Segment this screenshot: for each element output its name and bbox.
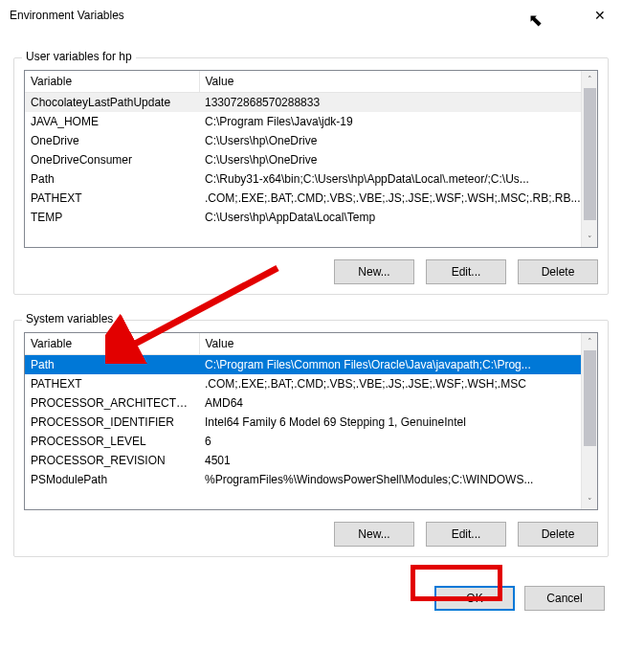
user-variables-group: User variables for hp Variable Value Cho… [13, 57, 609, 295]
system-delete-button[interactable]: Delete [518, 522, 598, 547]
cell-variable: PATHEXT [25, 374, 199, 393]
dialog-body: User variables for hp Variable Value Cho… [0, 31, 622, 624]
cell-variable: TEMP [25, 208, 199, 227]
scroll-down-icon[interactable]: ˅ [582, 493, 597, 509]
dialog-footer: OK Cancel [13, 586, 609, 611]
table-row[interactable]: Path C:\Ruby31-x64\bin;C:\Users\hp\AppDa… [25, 169, 597, 189]
system-new-button[interactable]: New... [334, 522, 414, 547]
cell-variable: JAVA_HOME [25, 112, 199, 131]
cell-value: C:\Users\hp\OneDrive [199, 150, 597, 169]
user-col-value[interactable]: Value [199, 71, 597, 93]
titlebar: Environment Variables ✕ [0, 0, 622, 31]
user-variables-label: User variables for hp [22, 50, 136, 63]
user-delete-button[interactable]: Delete [518, 259, 598, 284]
scroll-up-icon[interactable]: ˄ [582, 71, 597, 87]
system-variables-table-wrap: Variable Value Path C:\Program Files\Com… [24, 332, 598, 510]
cell-value: .COM;.EXE;.BAT;.CMD;.VBS;.VBE;.JS;.JSE;.… [199, 189, 597, 208]
system-variables-table[interactable]: Variable Value Path C:\Program Files\Com… [25, 333, 597, 489]
cancel-button[interactable]: Cancel [524, 586, 605, 611]
table-row[interactable]: OneDriveConsumer C:\Users\hp\OneDrive [25, 150, 597, 169]
scroll-up-icon[interactable]: ˄ [582, 333, 597, 349]
window-title: Environment Variables [10, 9, 578, 22]
table-row[interactable]: JAVA_HOME C:\Program Files\Java\jdk-19 [25, 112, 597, 131]
system-variables-label: System variables [22, 312, 117, 325]
system-variables-group: System variables Variable Value Path C:\… [13, 320, 609, 557]
cell-variable: PROCESSOR_REVISION [25, 451, 199, 470]
table-row[interactable]: TEMP C:\Users\hp\AppData\Local\Temp [25, 208, 597, 227]
scroll-thumb[interactable] [584, 350, 596, 446]
table-row[interactable]: PSModulePath %ProgramFiles%\WindowsPower… [25, 470, 597, 489]
table-row[interactable]: PROCESSOR_LEVEL 6 [25, 432, 597, 451]
cell-variable: OneDrive [25, 131, 199, 150]
user-variables-table[interactable]: Variable Value ChocolateyLastPathUpdate … [25, 71, 597, 227]
cell-variable: PROCESSOR_ARCHITECTU... [25, 393, 199, 413]
scroll-thumb[interactable] [584, 88, 596, 220]
user-col-variable[interactable]: Variable [25, 71, 199, 93]
cell-value: C:\Users\hp\OneDrive [199, 131, 597, 150]
table-row[interactable]: PROCESSOR_REVISION 4501 [25, 451, 597, 470]
cell-value: Intel64 Family 6 Model 69 Stepping 1, Ge… [199, 413, 597, 432]
system-edit-button[interactable]: Edit... [426, 522, 506, 547]
close-button[interactable]: ✕ [578, 0, 622, 31]
scroll-down-icon[interactable]: ˅ [582, 231, 597, 247]
cell-variable: OneDriveConsumer [25, 150, 199, 169]
cell-value: 133072868570288833 [199, 93, 597, 113]
table-row[interactable]: PATHEXT .COM;.EXE;.BAT;.CMD;.VBS;.VBE;.J… [25, 374, 597, 393]
system-button-row: New... Edit... Delete [24, 522, 598, 547]
system-scrollbar[interactable]: ˄ ˅ [581, 333, 597, 509]
cell-value: .COM;.EXE;.BAT;.CMD;.VBS;.VBE;.JS;.JSE;.… [199, 374, 597, 393]
table-row[interactable]: PROCESSOR_ARCHITECTU... AMD64 [25, 393, 597, 413]
user-scrollbar[interactable]: ˄ ˅ [581, 71, 597, 247]
cell-variable: PSModulePath [25, 470, 199, 489]
cell-value: %ProgramFiles%\WindowsPowerShell\Modules… [199, 470, 597, 489]
cell-variable: PROCESSOR_LEVEL [25, 432, 199, 451]
cell-value: C:\Ruby31-x64\bin;C:\Users\hp\AppData\Lo… [199, 169, 597, 189]
user-edit-button[interactable]: Edit... [426, 259, 506, 284]
cell-variable: Path [25, 355, 199, 375]
system-col-variable[interactable]: Variable [25, 333, 199, 355]
cell-value: 6 [199, 432, 597, 451]
table-row[interactable]: PROCESSOR_IDENTIFIER Intel64 Family 6 Mo… [25, 413, 597, 432]
table-row[interactable]: Path C:\Program Files\Common Files\Oracl… [25, 355, 597, 375]
user-button-row: New... Edit... Delete [24, 259, 598, 284]
table-row[interactable]: ChocolateyLastPathUpdate 133072868570288… [25, 93, 597, 113]
cell-variable: Path [25, 169, 199, 189]
cell-value: C:\Program Files\Java\jdk-19 [199, 112, 597, 131]
cell-value: 4501 [199, 451, 597, 470]
ok-button[interactable]: OK [434, 586, 515, 611]
cell-variable: ChocolateyLastPathUpdate [25, 93, 199, 113]
cell-variable: PATHEXT [25, 189, 199, 208]
cell-variable: PROCESSOR_IDENTIFIER [25, 413, 199, 432]
user-new-button[interactable]: New... [334, 259, 414, 284]
user-variables-table-wrap: Variable Value ChocolateyLastPathUpdate … [24, 70, 598, 248]
cell-value: C:\Users\hp\AppData\Local\Temp [199, 208, 597, 227]
table-row[interactable]: OneDrive C:\Users\hp\OneDrive [25, 131, 597, 150]
table-row[interactable]: PATHEXT .COM;.EXE;.BAT;.CMD;.VBS;.VBE;.J… [25, 189, 597, 208]
cell-value: C:\Program Files\Common Files\Oracle\Jav… [199, 355, 597, 375]
system-col-value[interactable]: Value [199, 333, 597, 355]
cell-value: AMD64 [199, 393, 597, 413]
